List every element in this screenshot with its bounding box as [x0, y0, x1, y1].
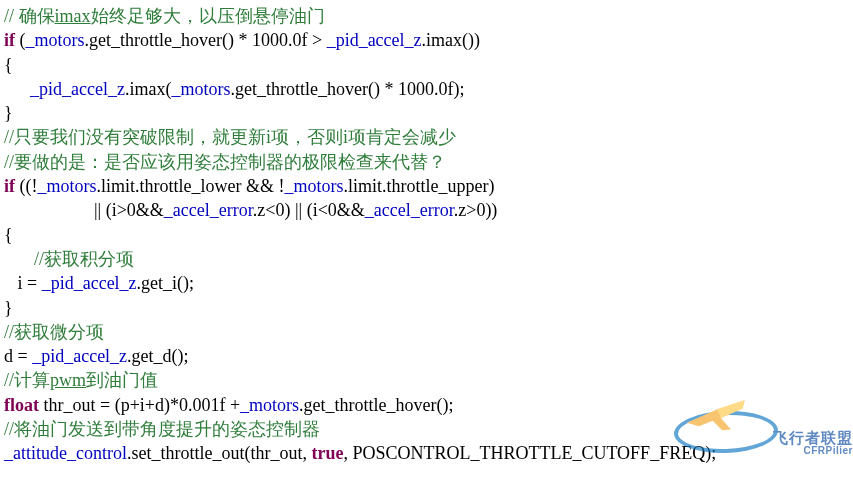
brace-open: {	[4, 53, 849, 77]
comment-line-6: //计算pwm到油门值	[4, 368, 849, 392]
comment-text-u: imax	[55, 6, 91, 26]
code: .limit.throttle_lower && !	[97, 176, 285, 196]
code-line-if2: if ((!_motors.limit.throttle_lower && !_…	[4, 174, 849, 198]
keyword-float: float	[4, 395, 39, 415]
code: d =	[4, 346, 32, 366]
field-accel: _accel_error	[164, 200, 253, 220]
comment-line-3: //要做的是：是否应该用姿态控制器的极限检查来代替？	[4, 150, 849, 174]
keyword-if: if	[4, 176, 15, 196]
comment-text: //计算	[4, 370, 50, 390]
comment-text: 始终足够大，以压倒悬停油门	[91, 6, 325, 26]
code: ((!	[15, 176, 37, 196]
field-pid: _pid_accel_z	[327, 30, 422, 50]
brace-open: {	[4, 223, 849, 247]
comment-line-4: //获取积分项	[4, 247, 849, 271]
code: (	[15, 30, 26, 50]
code: .get_i();	[137, 273, 194, 293]
field-motors: _motors	[240, 395, 299, 415]
code: .z>0))	[454, 200, 498, 220]
code	[4, 273, 18, 293]
comment-text-u: pwm	[50, 370, 86, 390]
code-line-geti: i = _pid_accel_z.get_i();	[4, 271, 849, 295]
code-line-setthrottle: _attitude_control.set_throttle_out(thr_o…	[4, 441, 849, 465]
field-accel: _accel_error	[365, 200, 454, 220]
field-motors: _motors	[284, 176, 343, 196]
code: .imax(	[125, 79, 172, 99]
code: i =	[18, 273, 42, 293]
field-attitude: _attitude_control	[4, 443, 127, 463]
field-motors: _motors	[171, 79, 230, 99]
code-line-if1: if (_motors.get_throttle_hover() * 1000.…	[4, 28, 849, 52]
code-line-if2b: || (i>0&&_accel_error.z<0) || (i<0&&_acc…	[4, 198, 849, 222]
code-line-throut: float thr_out = (p+i+d)*0.001f +_motors.…	[4, 393, 849, 417]
code: .z<0) || (i<0&&	[253, 200, 365, 220]
comment-line-2: //只要我们没有突破限制，就更新i项，否则i项肯定会减少	[4, 125, 849, 149]
code: .set_throttle_out(thr_out,	[127, 443, 311, 463]
comment-text: 到油门值	[86, 370, 158, 390]
code: .get_throttle_hover() * 1000.0f);	[230, 79, 464, 99]
field-pid: _pid_accel_z	[42, 273, 137, 293]
field-motors: _motors	[26, 30, 85, 50]
code: .get_throttle_hover();	[299, 395, 453, 415]
keyword-true: true	[311, 443, 343, 463]
code: thr_out = (p+i+d)*0.001f +	[39, 395, 240, 415]
code-line-imax: _pid_accel_z.imax(_motors.get_throttle_h…	[4, 77, 849, 101]
comment-line-7: //将油门发送到带角度提升的姿态控制器	[4, 417, 849, 441]
field-pid: _pid_accel_z	[30, 79, 125, 99]
brace-close: }	[4, 296, 849, 320]
code: .limit.throttle_upper)	[344, 176, 495, 196]
comment-text: // 确保	[4, 6, 55, 26]
code: .get_throttle_hover() * 1000.0f >	[85, 30, 327, 50]
comment-line-1: // 确保imax始终足够大，以压倒悬停油门	[4, 4, 849, 28]
comment-line-5: //获取微分项	[4, 320, 849, 344]
code: || (i>0&&	[94, 200, 164, 220]
code: .get_d();	[127, 346, 188, 366]
code: , POSCONTROL_THROTTLE_CUTOFF_FREQ);	[343, 443, 716, 463]
field-pid: _pid_accel_z	[32, 346, 127, 366]
keyword-if: if	[4, 30, 15, 50]
code: .imax())	[422, 30, 480, 50]
code-line-getd: d = _pid_accel_z.get_d();	[4, 344, 849, 368]
field-motors: _motors	[37, 176, 96, 196]
brace-close: }	[4, 101, 849, 125]
